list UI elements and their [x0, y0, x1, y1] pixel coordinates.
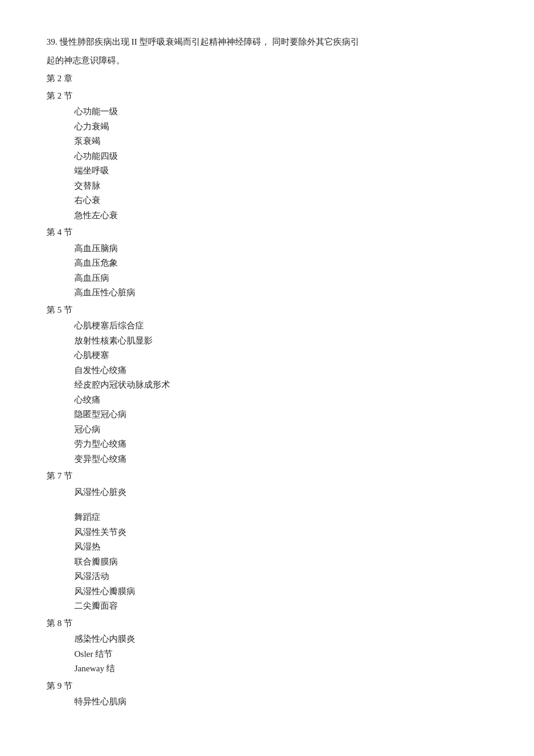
section8-label: 第 8 节	[46, 616, 488, 631]
list-item: 隐匿型冠心病	[46, 407, 488, 422]
list-item: 高血压脑病	[46, 241, 488, 256]
list-item: 高血压性心脏病	[46, 285, 488, 301]
list-item: 高血压病	[46, 271, 488, 286]
section9-items: 特异性心肌病	[46, 694, 488, 710]
list-item: 心力衰竭	[46, 120, 488, 135]
section9-label: 第 9 节	[46, 679, 488, 694]
list-item: 变异型心绞痛	[46, 452, 488, 467]
list-item: 冠心病	[46, 422, 488, 437]
list-item: Janeway 结	[46, 661, 488, 677]
section5-label: 第 5 节	[46, 303, 488, 318]
blank-spacer	[46, 500, 488, 510]
intro-line1: 39. 慢性肺部疾病出现 II 型呼吸衰竭而引起精神神经障碍， 同时要除外其它疾…	[46, 35, 488, 50]
section2-items: 心功能一级 心力衰竭 泵衰竭 心功能四级 端坐呼吸 交替脉 右心衰 急性左心衰	[46, 104, 488, 223]
list-item: 心绞痛	[46, 393, 488, 408]
list-item: 特异性心肌病	[46, 694, 488, 710]
list-item: 高血压危象	[46, 256, 488, 271]
list-item: 感染性心内膜炎	[46, 632, 488, 647]
chapter2-label: 第 2 章	[46, 71, 488, 86]
list-item: 右心衰	[46, 193, 488, 208]
section4-items: 高血压脑病 高血压危象 高血压病 高血压性心脏病	[46, 241, 488, 301]
list-item: 自发性心绞痛	[46, 363, 488, 378]
list-item: 心肌梗塞	[46, 348, 488, 363]
section8-items: 感染性心内膜炎 Osler 结节 Janeway 结	[46, 632, 488, 677]
list-item: 舞蹈症	[46, 510, 488, 525]
list-item: 风湿性心瓣膜病	[46, 584, 488, 599]
list-item: 劳力型心绞痛	[46, 437, 488, 452]
list-item: 放射性核素心肌显影	[46, 334, 488, 349]
intro-line2: 起的神志意识障碍。	[46, 53, 488, 68]
list-item: 联合瓣膜病	[46, 555, 488, 570]
list-item: 心功能四级	[46, 149, 488, 164]
list-item: 风湿性心脏炎	[46, 485, 488, 500]
list-item: 经皮腔内冠状动脉成形术	[46, 378, 488, 393]
section7-label: 第 7 节	[46, 469, 488, 484]
list-item: 心功能一级	[46, 104, 488, 120]
list-item: 泵衰竭	[46, 134, 488, 149]
list-item: 交替脉	[46, 179, 488, 194]
list-item: 端坐呼吸	[46, 164, 488, 179]
section2-label: 第 2 节	[46, 89, 488, 104]
list-item: 风湿性关节炎	[46, 525, 488, 540]
section7-items: 风湿性心脏炎 舞蹈症 风湿性关节炎 风湿热 联合瓣膜病 风湿活动 风湿性心瓣膜病…	[46, 485, 488, 614]
intro-paragraph: 39. 慢性肺部疾病出现 II 型呼吸衰竭而引起精神神经障碍， 同时要除外其它疾…	[46, 35, 488, 68]
section5-items: 心肌梗塞后综合症 放射性核素心肌显影 心肌梗塞 自发性心绞痛 经皮腔内冠状动脉成…	[46, 319, 488, 466]
list-item: 风湿热	[46, 540, 488, 555]
section4-label: 第 4 节	[46, 225, 488, 240]
list-item: Osler 结节	[46, 647, 488, 662]
list-item: 二尖瓣面容	[46, 599, 488, 614]
list-item: 心肌梗塞后综合症	[46, 319, 488, 334]
list-item: 急性左心衰	[46, 208, 488, 223]
list-item: 风湿活动	[46, 569, 488, 584]
